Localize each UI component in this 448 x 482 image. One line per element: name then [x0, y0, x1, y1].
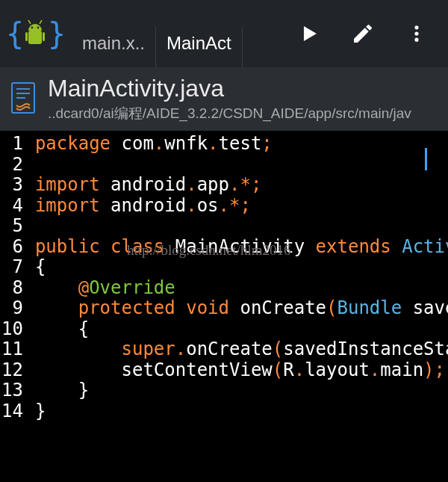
top-toolbar: { } main.x.. MainAct	[0, 0, 448, 67]
svg-rect-1	[28, 31, 42, 44]
file-title: MainActivity.java	[48, 75, 411, 102]
overflow-menu-button[interactable]	[400, 17, 433, 50]
play-icon	[296, 21, 322, 46]
watermark-text: http://blog.csdn.net/hlm2016	[127, 242, 291, 259]
edit-button[interactable]	[346, 17, 379, 50]
tab-bar: main.x.. MainAct	[72, 0, 293, 67]
svg-line-7	[40, 20, 42, 24]
line-number-gutter: 1234567891011121314	[0, 134, 35, 421]
file-header: MainActivity.java ..dcard0/ai编程/AIDE_3.2…	[0, 67, 448, 131]
svg-point-10	[414, 31, 418, 35]
code-editor[interactable]: 1234567891011121314 package com.wnfk.tes…	[0, 131, 448, 421]
java-file-icon	[9, 80, 37, 119]
tab-main-xml[interactable]: main.x..	[72, 27, 156, 67]
svg-text:{: {	[6, 16, 24, 51]
text-caret	[425, 148, 427, 170]
svg-point-5	[37, 27, 40, 29]
run-button[interactable]	[293, 17, 326, 50]
pencil-icon	[351, 22, 375, 46]
file-path: ..dcard0/ai编程/AIDE_3.2.2/CSDN_AIDE/app/s…	[48, 104, 411, 123]
more-vert-icon	[406, 23, 427, 44]
svg-rect-2	[25, 32, 28, 41]
app-logo-icon: { }	[6, 13, 63, 55]
svg-point-4	[31, 27, 34, 29]
svg-rect-3	[43, 32, 45, 41]
svg-text:}: }	[48, 16, 63, 51]
svg-point-11	[414, 38, 418, 42]
tab-mainactivity[interactable]: MainAct	[156, 27, 243, 67]
code-content[interactable]: package com.wnfk.test; import android.ap…	[35, 134, 448, 421]
svg-line-6	[28, 20, 31, 24]
svg-point-9	[414, 25, 418, 29]
toolbar-actions	[293, 17, 442, 50]
